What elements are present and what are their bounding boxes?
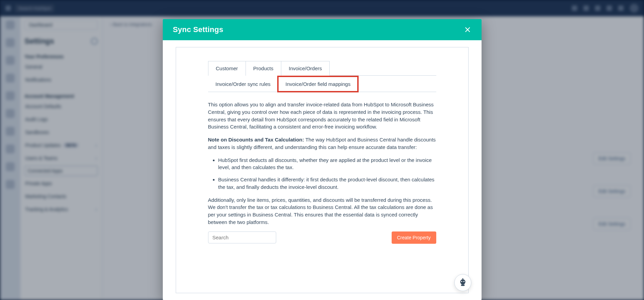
primary-tabs: Customer Products Invoice/Orders xyxy=(208,61,436,76)
search-input[interactable] xyxy=(213,235,277,240)
search-input-wrap[interactable] xyxy=(208,231,276,243)
svg-rect-7 xyxy=(461,284,465,286)
chat-bubble-icon[interactable] xyxy=(454,274,471,291)
close-icon[interactable] xyxy=(464,26,471,33)
sync-settings-modal: Sync Settings Customer Products Invoice/… xyxy=(163,19,482,300)
tab-products[interactable]: Products xyxy=(246,61,281,76)
secondary-tabs: Invoice/Order sync rules Invoice/Order f… xyxy=(208,76,436,92)
svg-point-6 xyxy=(463,281,464,282)
tab-field-mappings[interactable]: Invoice/Order field mappings xyxy=(278,76,358,92)
tab-sync-rules[interactable]: Invoice/Order sync rules xyxy=(208,76,278,92)
description-paragraph: Additionally, only line items, prices, q… xyxy=(208,196,436,226)
create-property-button[interactable]: Create Property xyxy=(392,231,436,244)
note-label: Note on Discounts and Tax Calculation: xyxy=(208,137,304,142)
bullet-item: HubSpot first deducts all discounts, whe… xyxy=(218,156,436,171)
modal-title: Sync Settings xyxy=(173,25,223,34)
description-paragraph: This option allows you to align and tran… xyxy=(208,101,436,131)
tab-customer[interactable]: Customer xyxy=(208,61,246,76)
description-note: Note on Discounts and Tax Calculation: T… xyxy=(208,136,436,151)
svg-point-4 xyxy=(460,279,465,284)
bullet-item: Business Central handles it differently:… xyxy=(218,176,436,191)
tab-invoice-orders[interactable]: Invoice/Orders xyxy=(281,61,330,76)
svg-point-5 xyxy=(461,281,462,282)
